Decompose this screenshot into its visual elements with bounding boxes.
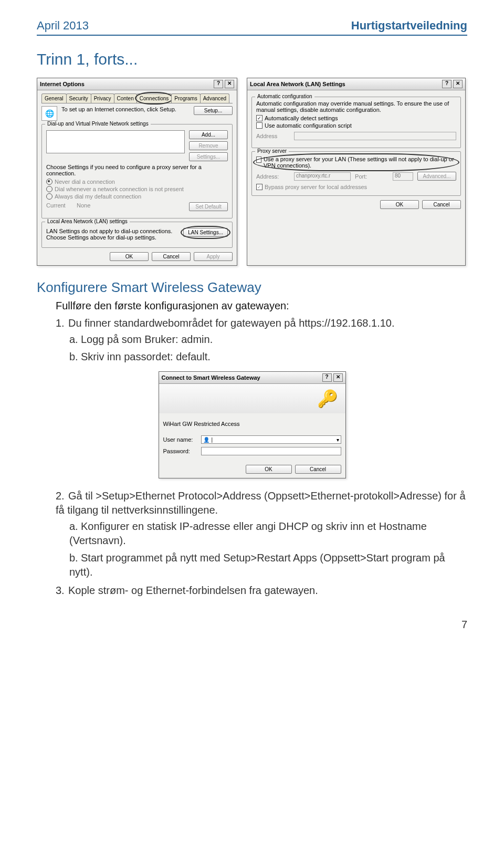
address-input[interactable] [294,132,456,140]
title-text: Internet Options [40,81,85,87]
cancel-button[interactable]: Cancel [152,252,191,261]
auto-config-group: Automatic configuration Automatic config… [251,97,461,148]
step-2: 2.Gå til >Setup>Ethernet Protocol>Addres… [56,489,467,579]
bypass-label: Bypass proxy server for local addresses [265,184,367,190]
auto-config-label: Automatic configuration [255,93,314,99]
set-default-button[interactable]: Set Default [189,202,228,211]
step-2-text: Gå til >Setup>Ethernet Protocol>Address … [56,490,466,516]
proxy-port-label: Port: [355,173,388,180]
setup-button[interactable]: Setup... [194,106,233,115]
connections-list[interactable] [46,130,185,153]
tab-privacy[interactable]: Privacy [91,93,114,103]
settings-button[interactable]: Settings... [189,152,228,161]
cancel-button[interactable]: Cancel [295,465,341,474]
auto-detect-label: Automatically detect settings [265,115,338,121]
proxy-group-label: Proxy server [255,148,289,154]
step-2b: b.Start programmet på nytt med Setup>Res… [69,551,467,579]
step-2a-let: a. [69,519,81,534]
remove-button[interactable]: Remove [189,141,228,150]
radio-never-dial-label: Never dial a connection [55,179,115,185]
step-2a: a.Konfigurer en statisk IP-adresse eller… [69,519,467,548]
step-2-num: 2. [56,489,68,503]
step-2a-text: Konfigurer en statisk IP-adresse eller a… [69,520,427,546]
lan-group-label: Local Area Network (LAN) settings [45,218,130,224]
use-proxy-checkbox[interactable]: Use a proxy server for your LAN (These s… [256,156,456,169]
ok-button[interactable]: OK [110,252,149,261]
title-text: Local Area Network (LAN) Settings [250,81,345,87]
step-1b-text: Skriv inn passordet: default. [81,351,211,362]
keys-icon: 🔑 [317,389,338,409]
apply-button[interactable]: Apply [194,252,233,261]
step-2b-let: b. [69,551,81,565]
tab-advanced[interactable]: Advanced [200,93,229,103]
dialup-group: Dial-up and Virtual Private Network sett… [41,124,233,218]
bypass-checkbox[interactable]: ✓Bypass proxy server for local addresses [256,184,456,190]
step-1a-let: a. [69,332,81,347]
step-1b: b.Skriv inn passordet: default. [69,350,467,364]
password-input[interactable] [201,447,341,455]
lan-settings-dialog: Local Area Network (LAN) Settings ? ✕ Au… [247,78,466,266]
titlebar: Internet Options ? ✕ [37,78,237,90]
auto-config-text: Automatic configuration may override man… [256,100,456,113]
close-icon[interactable]: ✕ [225,80,234,88]
step-1a-text: Logg på som Bruker: admin. [81,334,213,345]
current-value: None [77,202,185,209]
chevron-down-icon[interactable]: ▾ [337,437,339,443]
current-label: Current [46,202,72,209]
step-1-text: Du finner standardwebområdet for gateway… [68,317,395,329]
tab-programs[interactable]: Programs [171,93,200,103]
configure-gateway-title: Konfigurere Smart Wireless Gateway [37,279,467,296]
radio-never-dial[interactable]: Never dial a connection [46,179,228,185]
screenshot-row: Internet Options ? ✕ General Security Pr… [37,78,467,266]
ok-button[interactable]: OK [380,200,419,209]
username-label: User name: [163,436,197,443]
auto-script-checkbox[interactable]: Use automatic configuration script [256,122,456,129]
radio-always-dial-label: Always dial my default connection [55,193,141,200]
step-1a: a.Logg på som Bruker: admin. [69,332,467,347]
auto-detect-checkbox[interactable]: ✓Automatically detect settings [256,115,456,121]
titlebar: Local Area Network (LAN) Settings ? ✕ [247,78,465,90]
tab-strip: General Security Privacy Conten Connecti… [41,93,233,103]
ok-button[interactable]: OK [246,465,292,474]
restricted-access-text: WiHart GW Restricted Access [163,421,341,427]
cancel-button[interactable]: Cancel [422,200,461,209]
help-icon[interactable]: ? [442,80,452,88]
lan-text: LAN Settings do not apply to dial-up con… [46,228,179,241]
step-1: 1.Du finner standardwebområdet for gatew… [56,316,467,364]
advanced-button[interactable]: Advanced... [417,172,456,181]
proxy-address-label: Address: [256,173,290,180]
connect-dialog: Connect to Smart Wireless Gateway ? ✕ 🔑 … [159,371,346,478]
close-icon[interactable]: ✕ [453,80,463,88]
proxy-group: Proxy server Use a proxy server for your… [251,151,461,196]
internet-options-dialog: Internet Options ? ✕ General Security Pr… [37,78,237,266]
tab-connections[interactable]: Connections [136,93,172,103]
step-3-num: 3. [56,583,68,598]
help-icon[interactable]: ? [214,80,223,88]
setup-text: To set up an Internet connection, click … [61,106,190,112]
password-label: Password: [163,448,197,454]
close-icon[interactable]: ✕ [333,373,343,382]
lan-settings-button[interactable]: LAN Settings... [183,228,228,237]
tab-general[interactable]: General [41,93,67,103]
proxy-address-input[interactable]: chanproxy.rtc.r [294,172,351,181]
proxy-port-input[interactable]: 80 [393,172,413,181]
title-text: Connect to Smart Wireless Gateway [162,374,260,381]
lan-group: Local Area Network (LAN) settings LAN Se… [41,222,233,248]
step-1b-let: b. [69,350,81,364]
tab-content[interactable]: Conten [114,93,137,103]
step-2b-text: Start programmet på nytt med Setup>Resta… [69,552,445,578]
address-label: Address [256,133,290,139]
globe-icon: 🌐 [41,106,57,121]
add-button[interactable]: Add... [189,130,228,139]
radio-always-dial[interactable]: Always dial my default connection [46,193,228,200]
step-3: 3.Kople strøm- og Ethernet-forbindelsen … [56,583,467,598]
auto-script-label: Use automatic configuration script [265,122,352,129]
page-number: 7 [37,619,467,631]
use-proxy-label: Use a proxy server for your LAN (These s… [264,156,456,169]
username-input[interactable]: 👤| ▾ [201,435,341,444]
help-icon[interactable]: ? [322,373,332,382]
tab-security[interactable]: Security [66,93,91,103]
radio-dial-when-label: Dial whenever a network connection is no… [55,186,184,192]
titlebar: Connect to Smart Wireless Gateway ? ✕ [159,372,345,384]
radio-dial-when[interactable]: Dial whenever a network connection is no… [46,186,228,192]
